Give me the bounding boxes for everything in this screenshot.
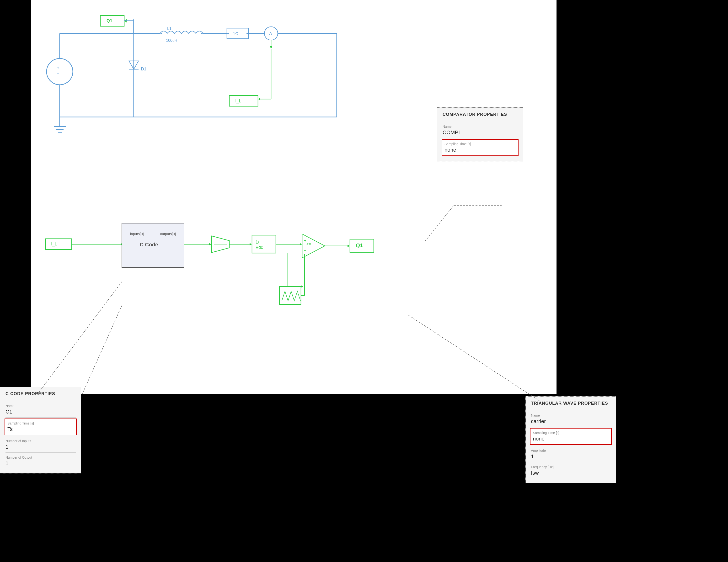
triwave-name-field: Name carrier [531,411,611,427]
svg-text:−: − [57,71,59,76]
svg-rect-46 [45,239,72,250]
ccode-inputs-label: Number of Inputs [5,439,76,443]
ccode-sampling-label: Sampling Time [s] [7,421,74,425]
comparator-properties-panel: COMPARATOR PROPERTIES Name COMP1 Samplin… [437,107,523,161]
comparator-name-label: Name [443,125,518,129]
ccode-sampling-value: Ts [7,426,74,432]
triwave-amplitude-value: 1 [531,453,611,460]
svg-text:outputs[0]: outputs[0] [160,232,176,236]
ccode-name-value: C1 [5,409,76,415]
svg-text:I_L: I_L [235,99,241,104]
ccode-outputs-value: 1 [5,460,76,466]
comparator-panel-title: COMPARATOR PROPERTIES [443,112,518,117]
comparator-sampling-value: none [444,147,516,153]
comparator-name-field: Name COMP1 [443,122,518,138]
ccode-outputs-field: Number of Output 1 [5,453,76,469]
svg-rect-45 [31,184,557,375]
svg-point-32 [246,33,248,34]
triwave-name-value: carrier [531,418,611,424]
ccode-panel-title: C CODE PROPERTIES [5,391,76,396]
ccode-properties-panel: C CODE PROPERTIES Name C1 Sampling Time … [0,387,81,473]
svg-rect-40 [229,96,258,106]
triwave-properties-panel: TRIANGULAR WAVE PROPERTIES Name carrier … [525,396,616,483]
svg-text:A: A [269,31,272,36]
comparator-sampling-label: Sampling Time [s] [444,142,516,146]
triwave-sampling-label: Sampling Time [s] [533,431,609,435]
triwave-name-label: Name [531,413,611,417]
ccode-outputs-label: Number of Output [5,455,76,459]
triwave-amplitude-label: Amplitude [531,449,611,452]
svg-text:inputs[0]: inputs[0] [130,232,144,236]
comparator-name-value: COMP1 [443,129,518,136]
svg-rect-75 [279,286,301,304]
svg-text:1Ω: 1Ω [233,32,238,36]
triwave-panel-title: TRIANGULAR WAVE PROPERTIES [531,401,611,406]
ccode-name-label: Name [5,404,76,408]
triwave-frequency-field: Frequency [Hz] fsw [531,462,611,478]
svg-text:100uH: 100uH [166,38,177,43]
triwave-frequency-value: fsw [531,470,611,476]
svg-point-26 [201,33,203,34]
svg-text:L1: L1 [167,27,171,31]
triwave-amplitude-field: Amplitude 1 [531,446,611,462]
svg-point-25 [161,33,162,34]
svg-text:+: + [304,239,306,243]
svg-text:Vdc: Vdc [256,245,263,250]
svg-text:Q1: Q1 [356,242,363,248]
svg-text:−: − [304,249,306,253]
ccode-name-field: Name C1 [5,401,76,417]
triwave-sampling-field: Sampling Time [s] none [530,428,612,445]
triwave-sampling-value: none [533,436,609,442]
svg-text:+: + [57,65,59,70]
svg-text:>=: >= [306,242,311,246]
svg-point-31 [227,33,229,34]
ccode-inputs-value: 1 [5,444,76,450]
q1-label: Q1 [107,18,112,23]
ccode-sampling-field: Sampling Time [s] Ts [5,418,77,435]
svg-text:1/: 1/ [256,240,259,245]
svg-text:D1: D1 [141,67,146,71]
comparator-sampling-field: Sampling Time [s] none [442,139,519,156]
svg-text:I_L: I_L [51,242,57,247]
ccode-inputs-field: Number of Inputs 1 [5,436,76,453]
svg-text:C Code: C Code [140,242,158,248]
triwave-frequency-label: Frequency [Hz] [531,465,611,469]
svg-rect-0 [31,0,449,167]
